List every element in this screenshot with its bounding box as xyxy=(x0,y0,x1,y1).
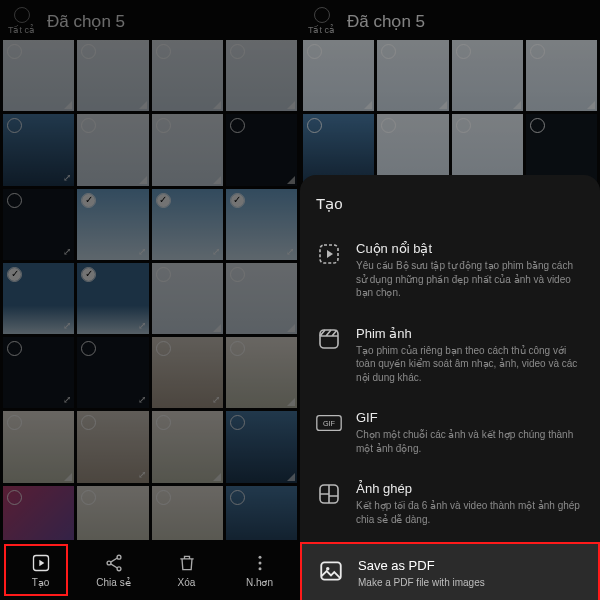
header: Tất cả Đã chọn 5 xyxy=(0,0,300,40)
thumbnail[interactable]: ⤢ xyxy=(77,411,148,482)
share-label: Chia sẻ xyxy=(96,577,130,588)
delete-label: Xóa xyxy=(178,577,196,588)
option-highlight-reel[interactable]: Cuộn nổi bật Yêu cầu Bộ sưu tập tự động … xyxy=(316,231,584,316)
thumbnail[interactable] xyxy=(152,263,223,334)
option-title: Ảnh ghép xyxy=(356,481,584,496)
svg-point-1 xyxy=(117,555,121,559)
gif-icon: GIF xyxy=(316,410,342,436)
option-gif[interactable]: GIF GIF Chọn một chuỗi các ảnh và kết hợ… xyxy=(316,400,584,471)
thumbnail[interactable]: ⤢ xyxy=(3,263,74,334)
expand-icon: ⤢ xyxy=(63,172,71,183)
thumbnail[interactable] xyxy=(452,40,523,111)
svg-point-5 xyxy=(258,562,261,565)
image-icon xyxy=(318,558,344,584)
expand-icon: ⤢ xyxy=(286,246,294,257)
option-sub: Tạo phim của riêng bạn theo cách thủ côn… xyxy=(356,344,584,385)
selection-title: Đã chọn 5 xyxy=(47,11,125,32)
film-icon xyxy=(316,326,342,352)
play-icon xyxy=(316,241,342,267)
trash-icon xyxy=(176,552,198,574)
delete-button[interactable]: Xóa xyxy=(150,552,223,588)
thumbnail[interactable] xyxy=(226,411,297,482)
thumbnail[interactable] xyxy=(77,40,148,111)
thumbnail[interactable] xyxy=(226,40,297,111)
thumbnail[interactable] xyxy=(152,114,223,185)
check-icon xyxy=(156,193,171,208)
selection-title: Đã chọn 5 xyxy=(347,11,425,32)
select-all-button[interactable]: Tất cả xyxy=(308,7,335,35)
thumbnail[interactable]: ⤢ xyxy=(77,263,148,334)
thumbnail-grid xyxy=(300,40,600,186)
thumbnail[interactable] xyxy=(152,40,223,111)
expand-icon: ⤢ xyxy=(138,394,146,405)
create-sheet: Tạo Cuộn nổi bật Yêu cầu Bộ sưu tập tự đ… xyxy=(300,175,600,600)
expand-icon: ⤢ xyxy=(63,246,71,257)
thumbnail[interactable] xyxy=(303,40,374,111)
expand-icon: ⤢ xyxy=(63,394,71,405)
check-icon xyxy=(81,267,96,282)
thumbnail[interactable] xyxy=(377,40,448,111)
collage-icon xyxy=(316,481,342,507)
option-collage[interactable]: Ảnh ghép Kết hợp tối đa 6 ảnh và video t… xyxy=(316,471,584,542)
expand-icon: ⤢ xyxy=(138,469,146,480)
all-label: Tất cả xyxy=(308,25,335,35)
expand-icon: ⤢ xyxy=(212,394,220,405)
expand-icon: ⤢ xyxy=(138,246,146,257)
thumbnail[interactable] xyxy=(3,411,74,482)
share-button[interactable]: Chia sẻ xyxy=(77,552,150,588)
option-title: Phim ảnh xyxy=(356,326,584,341)
thumbnail[interactable] xyxy=(226,114,297,185)
thumbnail[interactable] xyxy=(152,411,223,482)
option-sub: Yêu cầu Bộ sưu tập tự động tạo phim bằng… xyxy=(356,259,584,300)
check-icon xyxy=(230,193,245,208)
svg-point-3 xyxy=(117,567,121,571)
svg-point-4 xyxy=(258,556,261,559)
all-label: Tất cả xyxy=(8,25,35,35)
thumbnail[interactable]: ⤢ xyxy=(3,114,74,185)
more-button[interactable]: N.hơn xyxy=(223,552,296,588)
option-title: Save as PDF xyxy=(358,558,582,573)
svg-point-2 xyxy=(107,561,111,565)
circle-icon xyxy=(14,7,30,23)
option-title: Cuộn nổi bật xyxy=(356,241,584,256)
option-sub: Chọn một chuỗi các ảnh và kết hợp chúng … xyxy=(356,428,584,455)
header: Tất cả Đã chọn 5 xyxy=(300,0,600,40)
option-movie[interactable]: Phim ảnh Tạo phim của riêng bạn theo các… xyxy=(316,316,584,401)
more-icon xyxy=(249,552,271,574)
expand-icon: ⤢ xyxy=(138,320,146,331)
share-icon xyxy=(103,552,125,574)
thumbnail[interactable]: ⤢ xyxy=(152,337,223,408)
right-screen: Tất cả Đã chọn 5 Tạo Cuộn nổi bật Yêu cầ… xyxy=(300,0,600,600)
thumbnail[interactable]: ⤢ xyxy=(3,337,74,408)
svg-point-6 xyxy=(258,567,261,570)
bottom-bar: Tạo Chia sẻ Xóa N.hơn xyxy=(0,540,300,600)
more-label: N.hơn xyxy=(246,577,273,588)
thumbnail[interactable] xyxy=(77,114,148,185)
option-save-pdf[interactable]: Save as PDF Make a PDF file with images xyxy=(300,542,600,600)
thumbnail[interactable] xyxy=(226,337,297,408)
check-icon xyxy=(7,267,22,282)
create-button[interactable]: Tạo xyxy=(4,552,77,588)
svg-rect-12 xyxy=(321,562,341,579)
sheet-title: Tạo xyxy=(316,195,584,213)
create-label: Tạo xyxy=(32,577,50,588)
thumbnail[interactable]: ⤢ xyxy=(77,189,148,260)
thumbnail[interactable]: ⤢ xyxy=(3,189,74,260)
circle-icon xyxy=(314,7,330,23)
thumbnail-grid: ⤢ ⤢ ⤢ ⤢ ⤢ ⤢ ⤢ ⤢ ⤢ ⤢ ⤢ xyxy=(0,40,300,557)
option-sub: Make a PDF file with images xyxy=(358,576,582,590)
check-icon xyxy=(81,193,96,208)
thumbnail[interactable]: ⤢ xyxy=(77,337,148,408)
create-icon xyxy=(30,552,52,574)
option-title: GIF xyxy=(356,410,584,425)
option-sub: Kết hợp tối đa 6 ảnh và video thành một … xyxy=(356,499,584,526)
thumbnail[interactable]: ⤢ xyxy=(152,189,223,260)
thumbnail[interactable]: ⤢ xyxy=(226,189,297,260)
thumbnail[interactable] xyxy=(226,263,297,334)
thumbnail[interactable] xyxy=(3,40,74,111)
expand-icon: ⤢ xyxy=(212,246,220,257)
left-screen: Tất cả Đã chọn 5 ⤢ ⤢ ⤢ ⤢ ⤢ ⤢ ⤢ ⤢ ⤢ ⤢ ⤢ xyxy=(0,0,300,600)
svg-text:GIF: GIF xyxy=(323,419,336,428)
thumbnail[interactable] xyxy=(526,40,597,111)
select-all-button[interactable]: Tất cả xyxy=(8,7,35,35)
